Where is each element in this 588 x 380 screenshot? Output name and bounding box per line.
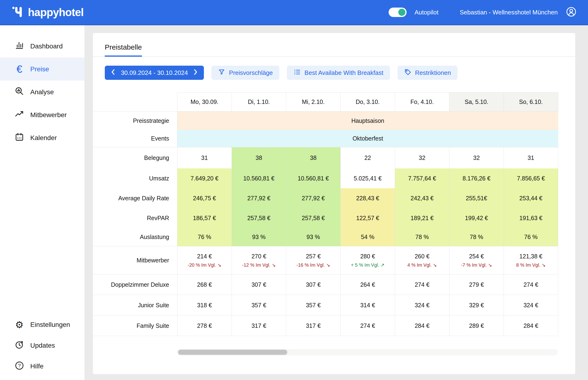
row-label: Mitbewerber xyxy=(93,246,177,274)
room-price-cell[interactable]: 324 € xyxy=(395,295,449,316)
table-cell: 7.856,65 € xyxy=(504,168,558,188)
filter-funnel-icon xyxy=(218,69,225,77)
brand[interactable]: happyhotel xyxy=(11,5,84,19)
table-cell: 7.649,20 € xyxy=(177,168,232,188)
competitor-cell: 254 €-7 % Im Vgl. ↘ xyxy=(449,246,504,274)
room-price-cell[interactable]: 274 € xyxy=(395,274,449,295)
room-price-cell[interactable]: 274 € xyxy=(341,316,395,336)
rate-plan-button[interactable]: Best Availabe With Breakfast xyxy=(287,66,390,80)
sidebar-item-kalender[interactable]: Kalender xyxy=(0,126,84,149)
sidebar-item-updates[interactable]: Updates xyxy=(0,335,84,356)
happyhotel-logo-icon xyxy=(11,5,25,19)
table-cell: 122,57 € xyxy=(341,208,395,228)
table-cell: 38 xyxy=(232,147,286,168)
main-card: Preistabelle 30.09.2024 - 30.10.2024 Pre… xyxy=(93,33,575,374)
sidebar-item-hilfe[interactable]: ? Hilfe xyxy=(0,356,84,377)
row-label: RevPAR xyxy=(93,208,177,228)
room-price-cell[interactable]: 307 € xyxy=(286,274,341,295)
competitor-delta: -16 % Im Vgl. ↘ xyxy=(296,262,330,268)
room-price-cell[interactable]: 317 € xyxy=(232,316,286,336)
date-range-label: 30.09.2024 - 30.10.2024 xyxy=(121,69,188,76)
room-price-cell[interactable]: 317 € xyxy=(286,316,341,336)
room-price-cell[interactable]: 357 € xyxy=(232,295,286,316)
sidebar-item-label: Dashboard xyxy=(30,42,63,50)
table-header-row: Mo, 30.09. Di, 1.10. Mi, 2.10. Do, 3.10.… xyxy=(93,92,575,112)
sidebar-item-dashboard[interactable]: Dashboard xyxy=(0,35,84,58)
room-price-cell[interactable]: 284 € xyxy=(395,316,449,336)
horizontal-scrollbar-track[interactable] xyxy=(177,349,558,355)
sidebar-item-mitbewerber[interactable]: Mitbewerber xyxy=(0,103,84,126)
row-label: Average Daily Rate xyxy=(93,188,177,208)
table-cell: 22 xyxy=(341,147,395,168)
table-cell: 228,43 € xyxy=(341,188,395,208)
sidebar-item-analyse[interactable]: Analyse xyxy=(0,80,84,103)
table-cell: 10.560,81 € xyxy=(286,168,341,188)
user-avatar-icon[interactable] xyxy=(566,6,577,18)
autopilot-toggle[interactable] xyxy=(389,8,407,17)
table-cell: 31 xyxy=(504,147,558,168)
competitor-row: Mitbewerber 214 €-20 % Im Vgl. ↘ 270 €-1… xyxy=(93,246,575,274)
table-cell: 189,21 € xyxy=(395,208,449,228)
sidebar-item-preise[interactable]: € Preise xyxy=(0,58,84,80)
table-cell: 246,75 € xyxy=(177,188,232,208)
bar-chart-icon xyxy=(15,41,24,52)
room-price-cell[interactable]: 278 € xyxy=(177,316,232,336)
calendar-icon xyxy=(15,132,24,143)
table-cell: 8.176,26 € xyxy=(449,168,504,188)
competitor-delta: -7 % Im Vgl. ↘ xyxy=(461,262,492,268)
strategy-row: Preisstrategie Hauptsaison xyxy=(93,112,575,130)
room-price-cell[interactable]: 324 € xyxy=(504,295,558,316)
table-cell: 78 % xyxy=(395,228,449,246)
competitor-cell: 121,38 €8 % Im Vgl. ↘ xyxy=(504,246,558,274)
room-price-cell[interactable]: 318 € xyxy=(177,295,232,316)
tag-icon xyxy=(404,69,411,77)
date-range-button[interactable]: 30.09.2024 - 30.10.2024 xyxy=(105,66,204,80)
room-price-cell[interactable]: 289 € xyxy=(449,316,504,336)
competitor-delta: -20 % Im Vgl. ↘ xyxy=(188,262,221,268)
restriktionen-button[interactable]: Restriktionen xyxy=(398,66,458,80)
table-cell: 191,63 € xyxy=(504,208,558,228)
user-hotel-label: Sebastian - Wellnesshotel München xyxy=(460,9,558,16)
table-cell: 31 xyxy=(177,147,232,168)
table-cell: 257,58 € xyxy=(286,208,341,228)
table-cell: 186,57 € xyxy=(177,208,232,228)
room-row-family-suite: Family Suite 278 € 317 € 317 € 274 € 284… xyxy=(93,316,575,336)
row-label: Umsatz xyxy=(93,168,177,188)
room-price-cell[interactable]: 307 € xyxy=(232,274,286,295)
room-price-cell[interactable]: 274 € xyxy=(504,274,558,295)
strategy-band: Hauptsaison xyxy=(177,112,558,130)
table-cell: 199,42 € xyxy=(449,208,504,228)
room-price-cell[interactable]: 329 € xyxy=(449,295,504,316)
euro-icon: € xyxy=(15,64,24,74)
competitor-cell: 270 €-12 % Im Vgl. ↘ xyxy=(232,246,286,274)
sidebar-item-einstellungen[interactable]: ⚙ Einstellungen xyxy=(0,314,84,335)
table-cell: 32 xyxy=(395,147,449,168)
room-price-cell[interactable]: 268 € xyxy=(177,274,232,295)
table-cell: 54 % xyxy=(341,228,395,246)
room-price-cell[interactable]: 264 € xyxy=(341,274,395,295)
toolbar: 30.09.2024 - 30.10.2024 Preisvorschläge … xyxy=(105,66,575,80)
preisvorschlaege-button[interactable]: Preisvorschläge xyxy=(211,66,279,80)
metric-row-adr: Average Daily Rate 246,75 € 277,92 € 277… xyxy=(93,188,575,208)
chevron-right-icon[interactable] xyxy=(193,69,198,77)
column-header: Do, 3.10. xyxy=(341,92,395,112)
table-cell: 78 % xyxy=(449,228,504,246)
room-price-cell[interactable]: 357 € xyxy=(286,295,341,316)
room-price-cell[interactable]: 279 € xyxy=(449,274,504,295)
table-cell: 76 % xyxy=(177,228,232,246)
column-header: Mo, 30.09. xyxy=(177,92,232,112)
table-cell: 38 xyxy=(286,147,341,168)
horizontal-scrollbar-thumb[interactable] xyxy=(177,349,288,355)
competitor-delta: + 5 % Im Vgl. ↗ xyxy=(351,262,385,268)
sidebar-item-label: Mitbewerber xyxy=(30,111,67,119)
help-icon: ? xyxy=(15,361,24,372)
tab-preistabelle[interactable]: Preistabelle xyxy=(105,43,142,57)
chevron-left-icon[interactable] xyxy=(110,69,116,77)
row-label: Preisstrategie xyxy=(93,112,177,130)
column-header: Mi, 2.10. xyxy=(286,92,341,112)
competitor-delta: 8 % Im Vgl. ↘ xyxy=(516,262,546,268)
table-cell: 242,43 € xyxy=(395,188,449,208)
room-price-cell[interactable]: 314 € xyxy=(341,295,395,316)
room-price-cell[interactable]: 284 € xyxy=(504,316,558,336)
competitor-cell: 214 €-20 % Im Vgl. ↘ xyxy=(177,246,232,274)
